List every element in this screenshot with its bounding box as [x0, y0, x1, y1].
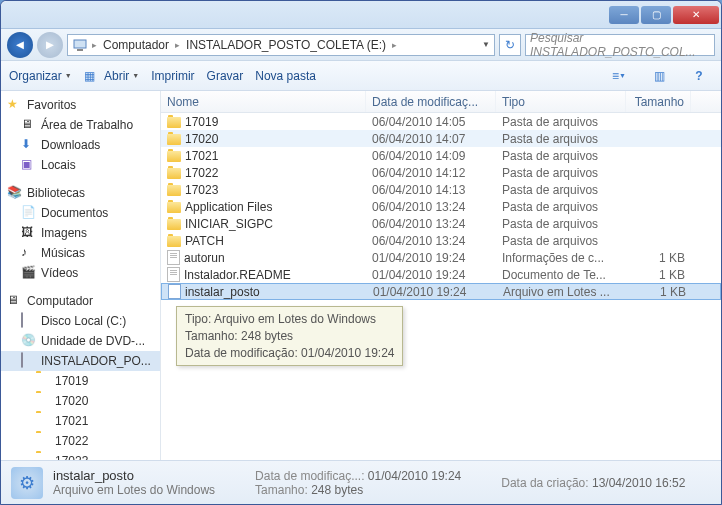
details-filename: instalar_posto	[53, 468, 215, 483]
refresh-button[interactable]: ↻	[499, 34, 521, 56]
star-icon: ★	[7, 97, 23, 113]
open-button[interactable]: ▦ Abrir▼	[84, 69, 140, 83]
folder-icon	[167, 168, 181, 179]
places-icon: ▣	[21, 157, 37, 173]
folder-icon	[167, 202, 181, 213]
file-name: INICIAR_SIGPC	[185, 217, 273, 231]
content-area: ★Favoritos 🖥Área de Trabalho ⬇Downloads …	[1, 91, 721, 460]
file-row[interactable]: INICIAR_SIGPC06/04/2010 13:24Pasta de ar…	[161, 215, 721, 232]
details-pane: ⚙ instalar_posto Arquivo em Lotes do Win…	[1, 460, 721, 504]
details-size-value: 248 bytes	[311, 483, 363, 497]
folder-icon	[167, 134, 181, 145]
file-name: 17021	[185, 149, 218, 163]
help-button[interactable]: ?	[685, 66, 713, 86]
libraries-icon: 📚	[7, 185, 23, 201]
file-name: 17023	[185, 183, 218, 197]
nav-downloads[interactable]: ⬇Downloads	[1, 135, 160, 155]
file-type: Pasta de arquivos	[496, 183, 626, 197]
file-row[interactable]: 1702206/04/2010 14:12Pasta de arquivos	[161, 164, 721, 181]
preview-pane-button[interactable]: ▥	[645, 66, 673, 86]
newfolder-button[interactable]: Nova pasta	[255, 69, 316, 83]
folder-icon	[167, 236, 181, 247]
file-row[interactable]: instalar_posto01/04/2010 19:24Arquivo em…	[161, 283, 721, 300]
organize-button[interactable]: Organizar▼	[9, 69, 72, 83]
file-row[interactable]: 1702006/04/2010 14:07Pasta de arquivos	[161, 130, 721, 147]
details-date-label: Data de modificaç...:	[255, 469, 364, 483]
column-name[interactable]: Nome	[161, 91, 366, 112]
file-name: instalar_posto	[185, 285, 260, 299]
nav-pictures[interactable]: 🖼Imagens	[1, 223, 160, 243]
view-options-button[interactable]: ≡ ▼	[605, 66, 633, 86]
file-row[interactable]: autorun01/04/2010 19:24Informações de c.…	[161, 249, 721, 266]
nav-videos[interactable]: 🎬Vídeos	[1, 263, 160, 283]
file-row[interactable]: 1702306/04/2010 14:13Pasta de arquivos	[161, 181, 721, 198]
nav-locais[interactable]: ▣Locais	[1, 155, 160, 175]
nav-subfolder[interactable]: 17022	[1, 431, 160, 451]
file-size: 1 KB	[626, 251, 691, 265]
file-type: Pasta de arquivos	[496, 166, 626, 180]
breadcrumb-computer[interactable]: Computador	[99, 38, 173, 52]
nav-desktop[interactable]: 🖥Área de Trabalho	[1, 115, 160, 135]
maximize-button[interactable]: ▢	[641, 6, 671, 24]
file-rows[interactable]: 1701906/04/2010 14:05Pasta de arquivos17…	[161, 113, 721, 460]
tooltip-line: Tamanho: 248 bytes	[185, 328, 394, 345]
nav-subfolder[interactable]: 17020	[1, 391, 160, 411]
file-date: 06/04/2010 13:24	[366, 217, 496, 231]
file-date: 06/04/2010 14:13	[366, 183, 496, 197]
nav-subfolder[interactable]: 17019	[1, 371, 160, 391]
file-type: Pasta de arquivos	[496, 200, 626, 214]
file-name: autorun	[184, 251, 225, 265]
file-large-icon: ⚙	[11, 467, 43, 499]
column-type[interactable]: Tipo	[496, 91, 626, 112]
column-date[interactable]: Data de modificaç...	[366, 91, 496, 112]
computer-header[interactable]: 🖥Computador	[1, 291, 160, 311]
nav-music[interactable]: ♪Músicas	[1, 243, 160, 263]
file-row[interactable]: PATCH06/04/2010 13:24Pasta de arquivos	[161, 232, 721, 249]
navigation-pane[interactable]: ★Favoritos 🖥Área de Trabalho ⬇Downloads …	[1, 91, 161, 460]
nav-disk-c[interactable]: Disco Local (C:)	[1, 311, 160, 331]
file-date: 06/04/2010 13:24	[366, 200, 496, 214]
file-date: 06/04/2010 13:24	[366, 234, 496, 248]
text-file-icon	[167, 250, 180, 265]
file-name: Instalador.README	[184, 268, 291, 282]
nav-installer-drive[interactable]: INSTALADOR_PO...	[1, 351, 160, 371]
documents-icon: 📄	[21, 205, 37, 221]
computer-icon	[72, 37, 88, 53]
chevron-right-icon[interactable]: ▸	[173, 40, 182, 50]
folder-icon	[167, 185, 181, 196]
details-created-label: Data da criação:	[501, 476, 588, 490]
search-placeholder: Pesquisar INSTALADOR_POSTO_COL...	[530, 31, 710, 59]
favorites-header[interactable]: ★Favoritos	[1, 95, 160, 115]
forward-button[interactable]: ►	[37, 32, 63, 58]
dropdown-icon[interactable]: ▼	[482, 40, 490, 49]
nav-subfolder[interactable]: 17021	[1, 411, 160, 431]
breadcrumb-drive[interactable]: INSTALADOR_POSTO_COLETA (E:)	[182, 38, 390, 52]
back-button[interactable]: ◄	[7, 32, 33, 58]
toolbar: Organizar▼ ▦ Abrir▼ Imprimir Gravar Nova…	[1, 61, 721, 91]
file-row[interactable]: 1702106/04/2010 14:09Pasta de arquivos	[161, 147, 721, 164]
column-size[interactable]: Tamanho	[626, 91, 691, 112]
close-button[interactable]: ✕	[673, 6, 719, 24]
search-input[interactable]: Pesquisar INSTALADOR_POSTO_COL...	[525, 34, 715, 56]
libraries-header[interactable]: 📚Bibliotecas	[1, 183, 160, 203]
nav-documents[interactable]: 📄Documentos	[1, 203, 160, 223]
details-date-value: 01/04/2010 19:24	[368, 469, 461, 483]
file-row[interactable]: Application Files06/04/2010 13:24Pasta d…	[161, 198, 721, 215]
file-name: PATCH	[185, 234, 224, 248]
file-row[interactable]: Instalador.README01/04/2010 19:24Documen…	[161, 266, 721, 283]
downloads-icon: ⬇	[21, 137, 37, 153]
titlebar[interactable]: ─ ▢ ✕	[1, 1, 721, 29]
print-button[interactable]: Imprimir	[151, 69, 194, 83]
file-type: Arquivo em Lotes ...	[497, 285, 627, 299]
nav-dvd[interactable]: 💿Unidade de DVD-...	[1, 331, 160, 351]
breadcrumb[interactable]: ▸ Computador ▸ INSTALADOR_POSTO_COLETA (…	[67, 34, 495, 56]
details-created-value: 13/04/2010 16:52	[592, 476, 685, 490]
file-row[interactable]: 1701906/04/2010 14:05Pasta de arquivos	[161, 113, 721, 130]
nav-subfolder[interactable]: 17023	[1, 451, 160, 460]
minimize-button[interactable]: ─	[609, 6, 639, 24]
batch-file-icon	[168, 284, 181, 299]
file-date: 01/04/2010 19:24	[367, 285, 497, 299]
burn-button[interactable]: Gravar	[207, 69, 244, 83]
chevron-right-icon[interactable]: ▸	[390, 40, 399, 50]
chevron-right-icon[interactable]: ▸	[90, 40, 99, 50]
